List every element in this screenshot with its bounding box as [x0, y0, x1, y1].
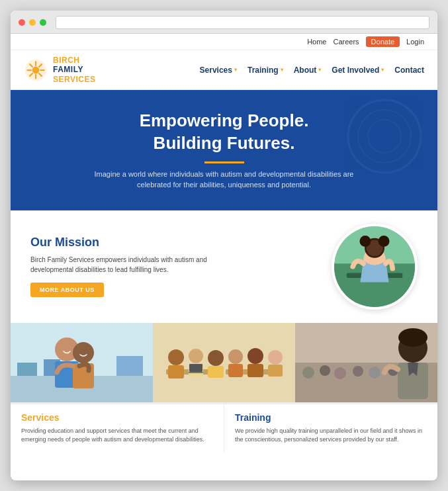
- svg-rect-42: [247, 364, 263, 377]
- chevron-down-icon: ▾: [234, 67, 237, 73]
- hero-line1: Empowering People.: [140, 111, 309, 130]
- website-content: Home Careers Donate Login: [11, 34, 437, 480]
- conference-photo: [153, 323, 295, 402]
- strip-image-children: [11, 323, 153, 402]
- svg-point-19: [359, 236, 371, 247]
- close-dot[interactable]: [19, 19, 25, 26]
- nav-item-contact[interactable]: Contact: [394, 66, 424, 75]
- mission-section: Our Mission Birch Family Services empowe…: [11, 210, 437, 323]
- logo-line3: SERVICES: [53, 75, 95, 84]
- logo[interactable]: BIRCH FAMILY SERVICES: [24, 56, 95, 84]
- chevron-down-icon: ▾: [381, 67, 384, 73]
- bottom-cards: Services Providing education and support…: [11, 402, 437, 453]
- svg-point-35: [189, 349, 203, 363]
- svg-point-33: [168, 349, 184, 365]
- svg-rect-34: [168, 365, 184, 379]
- svg-point-57: [398, 328, 427, 347]
- nav-link-get-involved[interactable]: Get Involved ▾: [332, 66, 384, 75]
- nav-item-get-involved[interactable]: Get Involved ▾: [332, 66, 384, 75]
- nav-link-training[interactable]: Training ▾: [247, 66, 283, 75]
- services-card-description: Providing education and support services…: [21, 427, 213, 445]
- training-card-title: Training: [235, 412, 427, 423]
- hero-section: Empowering People. Building Futures. Ima…: [11, 90, 437, 210]
- nav-links: Services ▾ Training ▾ About ▾: [200, 66, 424, 75]
- svg-point-11: [358, 110, 411, 163]
- svg-rect-44: [268, 365, 283, 377]
- browser-window: Home Careers Donate Login: [11, 11, 437, 480]
- svg-point-50: [320, 365, 330, 376]
- mission-description: Birch Family Services empowers individua…: [30, 255, 216, 275]
- nav-item-training[interactable]: Training ▾: [247, 66, 283, 75]
- svg-point-41: [247, 348, 263, 364]
- hero-bg-shape: [345, 97, 424, 176]
- svg-point-43: [268, 350, 283, 365]
- svg-point-1: [32, 66, 40, 73]
- training-card-description: We provide high quality training unparal…: [235, 427, 427, 445]
- services-card-title: Services: [21, 412, 213, 423]
- child-photo-placeholder: [334, 226, 415, 307]
- nav-link-contact[interactable]: Contact: [394, 66, 424, 75]
- svg-point-53: [369, 367, 381, 379]
- svg-point-20: [379, 236, 390, 247]
- svg-point-12: [368, 120, 401, 153]
- nav-label-contact: Contact: [394, 66, 424, 75]
- svg-rect-40: [228, 364, 243, 377]
- nav-item-services[interactable]: Services ▾: [200, 66, 237, 75]
- strip-image-presenter: [295, 323, 437, 402]
- nav-label-services: Services: [200, 66, 232, 75]
- logo-line2: FAMILY: [53, 65, 95, 74]
- address-bar[interactable]: [56, 16, 429, 29]
- nav-label-training: Training: [247, 66, 279, 75]
- hero-line2: Building Futures.: [154, 133, 295, 153]
- nav-label-get-involved: Get Involved: [332, 66, 379, 75]
- maximize-dot[interactable]: [40, 19, 46, 26]
- browser-chrome: [11, 11, 437, 34]
- svg-rect-23: [17, 363, 37, 376]
- logo-icon: [24, 58, 48, 82]
- svg-point-51: [334, 367, 346, 379]
- donate-button[interactable]: Donate: [366, 36, 400, 47]
- more-about-us-button[interactable]: MORE ABOUT US: [30, 283, 104, 297]
- svg-point-28: [73, 342, 94, 363]
- svg-point-52: [353, 366, 363, 377]
- utility-bar: Home Careers Donate Login: [11, 34, 437, 50]
- minimize-dot[interactable]: [29, 19, 36, 26]
- image-strip: [11, 323, 437, 402]
- mission-image: [332, 224, 418, 310]
- svg-rect-38: [208, 366, 224, 378]
- svg-rect-45: [189, 364, 202, 372]
- logo-line1: BIRCH: [53, 56, 95, 65]
- hero-divider: [204, 161, 244, 163]
- svg-rect-25: [116, 356, 143, 376]
- home-link[interactable]: Home: [307, 38, 326, 46]
- main-navigation: BIRCH FAMILY SERVICES Services ▾ Trainin…: [11, 50, 437, 90]
- hero-description: Imagine a world where individuals with a…: [92, 169, 357, 191]
- services-card: Services Providing education and support…: [11, 404, 224, 453]
- svg-rect-46: [189, 372, 203, 373]
- mission-title: Our Mission: [30, 236, 318, 249]
- training-card: Training We provide high quality trainin…: [224, 404, 437, 453]
- presenter-photo: [295, 323, 437, 402]
- svg-point-39: [228, 349, 243, 364]
- login-link[interactable]: Login: [406, 38, 424, 46]
- logo-text: BIRCH FAMILY SERVICES: [53, 56, 95, 84]
- nav-link-about[interactable]: About ▾: [294, 66, 322, 75]
- chevron-down-icon: ▾: [281, 67, 283, 73]
- svg-point-37: [208, 350, 224, 366]
- careers-link[interactable]: Careers: [333, 38, 359, 46]
- chevron-down-icon: ▾: [318, 67, 321, 73]
- nav-item-about[interactable]: About ▾: [294, 66, 322, 75]
- nav-link-services[interactable]: Services ▾: [200, 66, 237, 75]
- mission-text: Our Mission Birch Family Services empowe…: [30, 236, 332, 297]
- svg-point-49: [302, 367, 314, 379]
- nav-label-about: About: [294, 66, 317, 75]
- children-photo: [11, 323, 153, 402]
- strip-image-conference: [153, 323, 295, 402]
- svg-point-10: [348, 100, 421, 173]
